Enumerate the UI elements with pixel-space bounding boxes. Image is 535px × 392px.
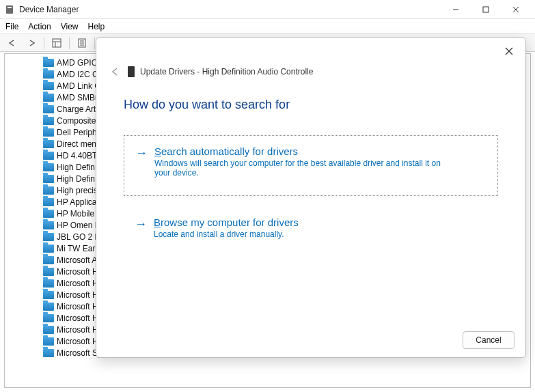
forward-icon[interactable] [23,36,40,51]
tree-item-label: Microsoft H [57,302,98,311]
tree-item-label: AMD Link C [57,81,100,91]
tree-item-label: Microsoft A [57,255,97,265]
tree-item-label: High Defin [57,174,95,184]
device-category-icon [43,140,54,148]
menu-help[interactable]: Help [88,22,105,31]
device-category-icon [43,105,54,113]
option-search-automatically[interactable]: → Search automatically for drivers Windo… [124,135,498,196]
device-category-icon [43,163,54,171]
minimize-button[interactable] [441,0,471,19]
arrow-right-icon: → [135,218,147,230]
device-category-icon [43,175,54,183]
toolbar-separator [94,37,95,49]
device-category-icon [43,210,54,218]
device-category-icon [43,233,54,241]
svg-rect-0 [6,5,13,14]
tree-item-label: AMD GPIO [57,58,98,68]
dialog-close-icon[interactable] [502,44,516,58]
window-title: Device Manager [19,5,441,14]
close-button[interactable] [501,0,531,19]
device-icon [128,66,135,77]
tree-item-label: Microsoft H [57,313,98,323]
device-category-icon [43,128,54,137]
cancel-button[interactable]: Cancel [463,331,515,349]
tree-item-label: Microsoft H [57,267,98,277]
device-category-icon [43,256,54,264]
device-category-icon [43,198,54,206]
maximize-button[interactable] [471,0,501,19]
tree-item-label: Microsoft H [57,325,98,335]
tree-item-label: AMD I2C C [57,70,98,79]
device-category-icon [43,70,54,79]
device-category-icon [43,268,54,276]
device-category-icon [43,94,54,102]
tree-item-label: HP Applica [57,197,96,207]
device-category-icon [43,82,54,90]
device-category-icon [43,152,54,160]
dialog-header: Update Drivers - High Definition Audio C… [96,38,525,79]
tree-item-label: HD 4.40BT [57,151,97,160]
tree-item-label: JBL GO 2 H [57,232,100,242]
tree-item-label: Direct men [57,139,96,149]
tree-item-label: Microsoft H [57,279,98,288]
menu-view[interactable]: View [61,22,79,31]
tree-item-label: Microsoft H [57,290,98,300]
menu-file[interactable]: File [5,22,18,31]
titlebar: Device Manager [0,0,535,19]
device-category-icon [43,314,54,322]
device-category-icon [43,186,54,195]
tree-item-label: Dell Periph [57,128,97,137]
device-category-icon [43,244,54,253]
window-controls [441,0,531,19]
arrow-right-icon: → [135,147,148,159]
device-category-icon [43,337,54,346]
tree-item-label: HP Omen H [57,221,100,230]
option1-desc: Windows will search your computer for th… [154,158,441,178]
option1-title: Search automatically for drivers [154,145,441,157]
tree-item-label: High precis [57,186,98,195]
app-icon [4,4,15,15]
dialog-question: How do you want to search for [96,79,525,112]
back-icon[interactable] [4,36,20,51]
option-browse-computer[interactable]: → Browse my computer for drivers Locate … [124,207,498,246]
dialog-back-icon[interactable] [109,65,122,79]
svg-rect-1 [8,7,12,8]
device-category-icon [43,303,54,311]
device-category-icon [43,291,54,299]
tree-item-label: Charge Arb [57,104,98,114]
device-category-icon [43,117,54,125]
menubar: File Action View Help [0,19,535,34]
menu-action[interactable]: Action [28,22,51,31]
device-category-icon [43,59,54,67]
show-hide-icon[interactable] [49,36,65,51]
svg-rect-3 [483,7,489,12]
tree-item-label: Composite [57,116,96,126]
cancel-label: Cancel [476,335,501,345]
tree-item-label: HP Mobile [57,209,94,219]
tree-item-label: Mi TW Earp [57,244,100,253]
option2-desc: Locate and install a driver manually. [154,229,299,239]
update-drivers-dialog: Update Drivers - High Definition Audio C… [96,37,526,358]
option2-title: Browse my computer for drivers [154,216,299,228]
properties-icon[interactable] [74,36,90,51]
toolbar-separator [69,37,70,49]
device-category-icon [43,221,54,229]
svg-rect-6 [53,39,61,47]
toolbar-separator [44,37,44,49]
tree-item-label: High Defin [57,163,95,172]
dialog-title: Update Drivers - High Definition Audio C… [140,67,313,76]
device-category-icon [43,279,54,288]
device-category-icon [43,349,54,357]
device-category-icon [43,326,54,334]
tree-item-label: AMD SMBu [57,93,100,102]
